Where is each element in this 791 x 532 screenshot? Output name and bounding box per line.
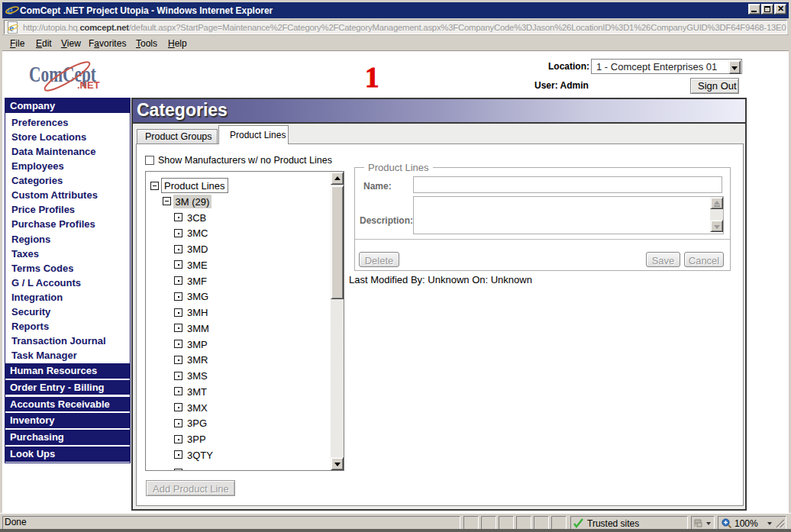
svg-text:.NET: .NET [77, 79, 100, 91]
svg-text:e: e [9, 22, 14, 34]
